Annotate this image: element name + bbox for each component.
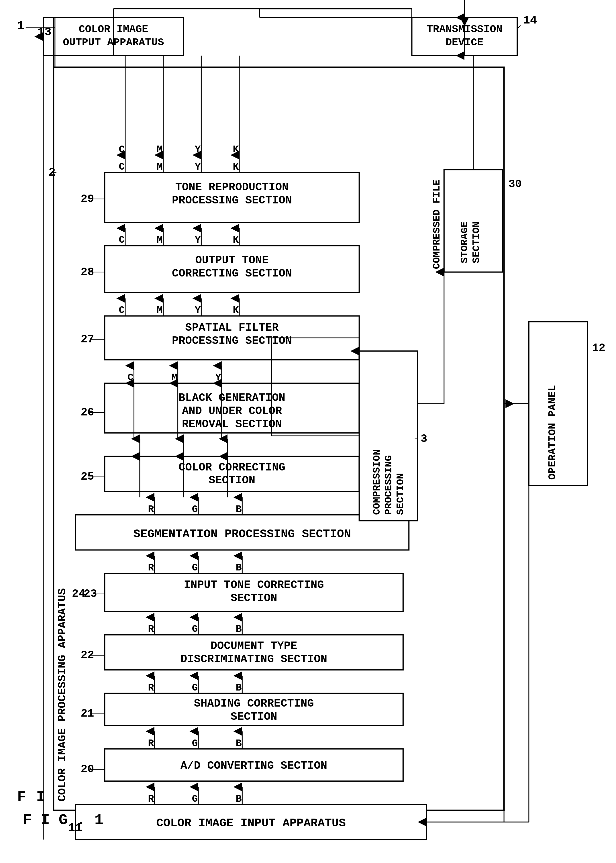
svg-text:COMPRESSED FILE: COMPRESSED FILE: [431, 180, 442, 269]
svg-text:K: K: [233, 305, 239, 316]
svg-text:REMOVAL SECTION: REMOVAL SECTION: [182, 418, 282, 431]
svg-text:K: K: [233, 161, 239, 173]
svg-text:SHADING CORRECTING: SHADING CORRECTING: [194, 697, 314, 710]
svg-text:G: G: [192, 504, 198, 515]
svg-text:SECTION: SECTION: [231, 592, 277, 605]
svg-text:G: G: [192, 682, 198, 693]
page: F I G . 1 COLOR IMAGE OUTPUT APPARATUS 1…: [0, 0, 616, 863]
svg-text:M: M: [157, 234, 163, 245]
svg-text:R: R: [148, 738, 154, 749]
svg-text:M: M: [157, 305, 163, 316]
svg-text:PROCESSING SECTION: PROCESSING SECTION: [172, 194, 292, 207]
svg-text:C: C: [119, 234, 125, 245]
svg-text:COLOR IMAGE PROCESSING APPARAT: COLOR IMAGE PROCESSING APPARATUS: [56, 588, 69, 802]
figure-label: F I G . 1: [23, 812, 104, 828]
svg-text:SECTION: SECTION: [471, 222, 482, 263]
svg-text:DISCRIMINATING SECTION: DISCRIMINATING SECTION: [181, 653, 327, 666]
svg-text:PROCESSING: PROCESSING: [383, 455, 394, 515]
svg-text:COLOR  IMAGE  INPUT  APPARATUS: COLOR IMAGE INPUT APPARATUS: [156, 817, 346, 830]
svg-text:Y: Y: [215, 372, 221, 383]
svg-text:30: 30: [508, 178, 522, 190]
svg-text:INPUT TONE CORRECTING: INPUT TONE CORRECTING: [184, 579, 324, 591]
svg-text:SEGMENTATION PROCESSING SECTIO: SEGMENTATION PROCESSING SECTION: [134, 528, 351, 541]
svg-text:G: G: [192, 738, 198, 749]
svg-text:B: B: [236, 682, 242, 693]
svg-text:Y: Y: [195, 144, 201, 155]
svg-text:C: C: [119, 161, 125, 173]
svg-text:B: B: [236, 562, 242, 573]
svg-text:K: K: [233, 234, 239, 245]
svg-text:C: C: [119, 144, 125, 155]
diagram-svg: COLOR IMAGE OUTPUT APPARATUS 13 TRANSMIS…: [0, 0, 616, 863]
svg-text:3: 3: [421, 433, 427, 445]
svg-text:R: R: [148, 682, 154, 693]
svg-text:13: 13: [38, 25, 52, 39]
svg-text:CORRECTING SECTION: CORRECTING SECTION: [172, 267, 292, 280]
svg-text:DOCUMENT TYPE: DOCUMENT TYPE: [211, 640, 297, 652]
svg-text:K: K: [233, 144, 239, 155]
svg-text:R: R: [148, 624, 154, 635]
svg-text:R: R: [148, 562, 154, 573]
svg-text:SECTION: SECTION: [231, 711, 277, 723]
svg-text:OUTPUT TONE: OUTPUT TONE: [195, 254, 269, 267]
svg-text:M: M: [171, 372, 178, 383]
svg-text:TONE REPRODUCTION: TONE REPRODUCTION: [175, 181, 289, 194]
svg-text:SECTION: SECTION: [209, 474, 255, 487]
svg-text:1: 1: [17, 19, 25, 33]
svg-text:14: 14: [523, 14, 537, 27]
svg-text:R: R: [148, 504, 154, 515]
svg-text:Y: Y: [195, 305, 201, 316]
svg-text:B: B: [236, 793, 242, 805]
svg-text:COMPRESSION: COMPRESSION: [371, 449, 382, 515]
svg-text:A/D CONVERTING SECTION: A/D CONVERTING SECTION: [181, 759, 327, 772]
svg-text:R: R: [148, 793, 154, 805]
svg-text:24: 24: [72, 588, 85, 600]
svg-text:AND UNDER COLOR: AND UNDER COLOR: [182, 405, 282, 417]
svg-text:G: G: [192, 562, 198, 573]
svg-text:C: C: [127, 372, 134, 383]
svg-text:M: M: [157, 161, 163, 173]
svg-text:SPATIAL FILTER: SPATIAL FILTER: [185, 321, 279, 334]
svg-text:Y: Y: [195, 161, 201, 173]
svg-text:C: C: [119, 305, 125, 316]
svg-text:OPERATION PANEL: OPERATION PANEL: [546, 385, 558, 480]
svg-text:Y: Y: [195, 234, 201, 245]
svg-text:M: M: [157, 144, 163, 155]
svg-text:B: B: [236, 504, 242, 515]
svg-text:G: G: [192, 793, 198, 805]
svg-text:COLOR CORRECTING: COLOR CORRECTING: [179, 461, 285, 474]
svg-text:B: B: [236, 624, 242, 635]
svg-text:PROCESSING SECTION: PROCESSING SECTION: [172, 335, 292, 347]
svg-text:B: B: [236, 738, 242, 749]
svg-text:12: 12: [592, 342, 605, 354]
svg-text:STORAGE: STORAGE: [459, 222, 470, 263]
svg-text:G: G: [192, 624, 198, 635]
svg-text:SECTION: SECTION: [395, 473, 406, 515]
svg-text:BLACK GENERATION: BLACK GENERATION: [179, 392, 285, 404]
